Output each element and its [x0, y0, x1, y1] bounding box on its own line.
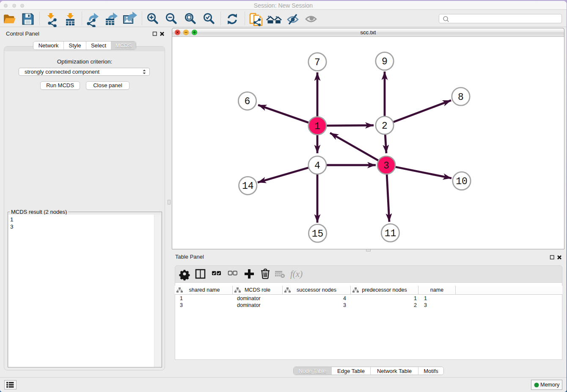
svg-text:7: 7: [314, 57, 320, 68]
svg-text:11: 11: [385, 228, 396, 239]
svg-text:8: 8: [458, 92, 464, 103]
svg-text:14: 14: [242, 181, 254, 192]
svg-text:10: 10: [456, 176, 468, 187]
svg-text:3: 3: [383, 160, 389, 171]
svg-text:4: 4: [314, 160, 320, 171]
svg-text:1: 1: [314, 121, 320, 132]
svg-text:f(x): f(x): [290, 269, 303, 279]
svg-text:6: 6: [245, 96, 250, 107]
svg-text:15: 15: [312, 229, 324, 240]
svg-text:2: 2: [382, 121, 388, 132]
svg-text:9: 9: [382, 56, 388, 67]
